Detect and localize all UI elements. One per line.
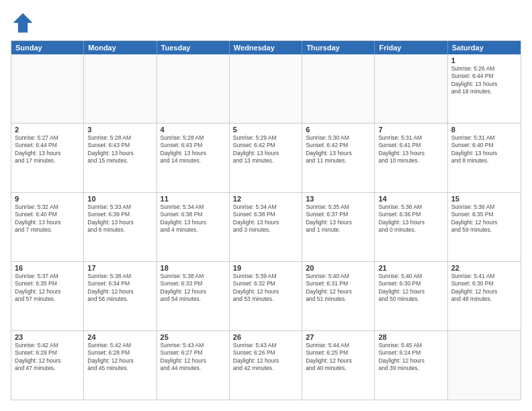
day-info: Sunrise: 5:35 AM Sunset: 6:37 PM Dayligh… (306, 203, 371, 234)
calendar-cell: 6Sunrise: 5:30 AM Sunset: 6:42 PM Daylig… (302, 124, 375, 192)
day-info: Sunrise: 5:31 AM Sunset: 6:41 PM Dayligh… (378, 134, 443, 165)
day-number: 16 (15, 264, 80, 272)
day-info: Sunrise: 5:36 AM Sunset: 6:36 PM Dayligh… (378, 203, 443, 234)
calendar-cell (11, 54, 84, 123)
day-number: 18 (161, 264, 226, 272)
calendar-cell: 17Sunrise: 5:38 AM Sunset: 6:34 PM Dayli… (84, 262, 157, 330)
calendar-body: 1Sunrise: 5:26 AM Sunset: 6:44 PM Daylig… (11, 54, 521, 400)
day-info: Sunrise: 5:26 AM Sunset: 6:44 PM Dayligh… (451, 65, 517, 96)
header (11, 11, 521, 35)
calendar-cell (84, 54, 157, 123)
day-info: Sunrise: 5:31 AM Sunset: 6:40 PM Dayligh… (451, 134, 517, 165)
calendar-cell: 27Sunrise: 5:44 AM Sunset: 6:25 PM Dayli… (302, 331, 375, 400)
logo (11, 11, 38, 35)
calendar-cell: 22Sunrise: 5:41 AM Sunset: 6:30 PM Dayli… (448, 262, 521, 330)
day-info: Sunrise: 5:36 AM Sunset: 6:35 PM Dayligh… (451, 203, 517, 234)
calendar-cell: 4Sunrise: 5:28 AM Sunset: 6:43 PM Daylig… (157, 124, 230, 192)
calendar-cell: 14Sunrise: 5:36 AM Sunset: 6:36 PM Dayli… (375, 193, 447, 261)
day-number: 13 (306, 195, 371, 203)
day-info: Sunrise: 5:41 AM Sunset: 6:30 PM Dayligh… (451, 273, 517, 304)
calendar-cell: 25Sunrise: 5:43 AM Sunset: 6:27 PM Dayli… (157, 331, 230, 400)
day-number: 5 (233, 126, 298, 134)
day-number: 4 (161, 126, 226, 134)
calendar-cell: 23Sunrise: 5:42 AM Sunset: 6:29 PM Dayli… (11, 331, 84, 400)
calendar-cell: 1Sunrise: 5:26 AM Sunset: 6:44 PM Daylig… (448, 54, 521, 123)
day-info: Sunrise: 5:40 AM Sunset: 6:30 PM Dayligh… (378, 273, 443, 304)
day-info: Sunrise: 5:42 AM Sunset: 6:28 PM Dayligh… (87, 342, 152, 373)
day-number: 3 (87, 126, 152, 134)
calendar-cell: 15Sunrise: 5:36 AM Sunset: 6:35 PM Dayli… (448, 193, 521, 261)
calendar-cell: 13Sunrise: 5:35 AM Sunset: 6:37 PM Dayli… (302, 193, 375, 261)
day-number: 19 (233, 264, 298, 272)
day-info: Sunrise: 5:32 AM Sunset: 6:40 PM Dayligh… (15, 203, 80, 234)
day-info: Sunrise: 5:37 AM Sunset: 6:35 PM Dayligh… (15, 273, 80, 304)
day-info: Sunrise: 5:29 AM Sunset: 6:42 PM Dayligh… (233, 134, 298, 165)
calendar-row-2: 9Sunrise: 5:32 AM Sunset: 6:40 PM Daylig… (11, 193, 521, 262)
calendar-cell: 3Sunrise: 5:28 AM Sunset: 6:43 PM Daylig… (84, 124, 157, 192)
calendar-cell: 16Sunrise: 5:37 AM Sunset: 6:35 PM Dayli… (11, 262, 84, 330)
calendar-row-3: 16Sunrise: 5:37 AM Sunset: 6:35 PM Dayli… (11, 262, 521, 331)
day-number: 7 (378, 126, 443, 134)
calendar-header: SundayMondayTuesdayWednesdayThursdayFrid… (11, 41, 521, 54)
day-number: 26 (233, 333, 298, 341)
day-number: 12 (233, 195, 298, 203)
day-info: Sunrise: 5:39 AM Sunset: 6:32 PM Dayligh… (233, 273, 298, 304)
header-day-sunday: Sunday (11, 41, 84, 54)
calendar-cell: 28Sunrise: 5:45 AM Sunset: 6:24 PM Dayli… (375, 331, 447, 400)
header-day-wednesday: Wednesday (230, 41, 302, 54)
day-info: Sunrise: 5:43 AM Sunset: 6:26 PM Dayligh… (233, 342, 298, 373)
calendar-cell: 19Sunrise: 5:39 AM Sunset: 6:32 PM Dayli… (230, 262, 302, 330)
header-day-tuesday: Tuesday (157, 41, 230, 54)
calendar-cell: 11Sunrise: 5:34 AM Sunset: 6:38 PM Dayli… (157, 193, 230, 261)
page: SundayMondayTuesdayWednesdayThursdayFrid… (0, 0, 532, 411)
calendar-cell (302, 54, 375, 123)
day-number: 6 (306, 126, 371, 134)
day-number: 22 (451, 264, 517, 272)
day-info: Sunrise: 5:34 AM Sunset: 6:38 PM Dayligh… (233, 203, 298, 234)
day-info: Sunrise: 5:38 AM Sunset: 6:33 PM Dayligh… (161, 273, 226, 304)
day-number: 11 (161, 195, 226, 203)
calendar: SundayMondayTuesdayWednesdayThursdayFrid… (11, 40, 521, 400)
calendar-cell: 18Sunrise: 5:38 AM Sunset: 6:33 PM Dayli… (157, 262, 230, 330)
day-info: Sunrise: 5:45 AM Sunset: 6:24 PM Dayligh… (378, 342, 443, 373)
day-info: Sunrise: 5:38 AM Sunset: 6:34 PM Dayligh… (87, 273, 152, 304)
day-info: Sunrise: 5:27 AM Sunset: 6:44 PM Dayligh… (15, 134, 80, 165)
day-number: 15 (451, 195, 517, 203)
calendar-cell: 20Sunrise: 5:40 AM Sunset: 6:31 PM Dayli… (302, 262, 375, 330)
header-day-friday: Friday (375, 41, 447, 54)
day-number: 17 (87, 264, 152, 272)
calendar-row-0: 1Sunrise: 5:26 AM Sunset: 6:44 PM Daylig… (11, 54, 521, 124)
calendar-cell: 24Sunrise: 5:42 AM Sunset: 6:28 PM Dayli… (84, 331, 157, 400)
day-number: 23 (15, 333, 80, 341)
day-number: 24 (87, 333, 152, 341)
calendar-cell: 26Sunrise: 5:43 AM Sunset: 6:26 PM Dayli… (230, 331, 302, 400)
day-number: 14 (378, 195, 443, 203)
day-number: 28 (378, 333, 443, 341)
day-info: Sunrise: 5:33 AM Sunset: 6:39 PM Dayligh… (87, 203, 152, 234)
day-info: Sunrise: 5:28 AM Sunset: 6:43 PM Dayligh… (161, 134, 226, 165)
calendar-row-1: 2Sunrise: 5:27 AM Sunset: 6:44 PM Daylig… (11, 124, 521, 193)
day-info: Sunrise: 5:28 AM Sunset: 6:43 PM Dayligh… (87, 134, 152, 165)
calendar-cell (157, 54, 230, 123)
calendar-cell: 12Sunrise: 5:34 AM Sunset: 6:38 PM Dayli… (230, 193, 302, 261)
day-number: 10 (87, 195, 152, 203)
day-info: Sunrise: 5:40 AM Sunset: 6:31 PM Dayligh… (306, 273, 371, 304)
day-number: 9 (15, 195, 80, 203)
calendar-cell (375, 54, 447, 123)
day-number: 27 (306, 333, 371, 341)
day-number: 21 (378, 264, 443, 272)
calendar-cell: 7Sunrise: 5:31 AM Sunset: 6:41 PM Daylig… (375, 124, 447, 192)
calendar-cell: 10Sunrise: 5:33 AM Sunset: 6:39 PM Dayli… (84, 193, 157, 261)
day-number: 2 (15, 126, 80, 134)
calendar-cell: 21Sunrise: 5:40 AM Sunset: 6:30 PM Dayli… (375, 262, 447, 330)
logo-icon (11, 11, 35, 35)
svg-marker-0 (13, 13, 33, 33)
day-number: 1 (451, 56, 517, 64)
header-day-thursday: Thursday (302, 41, 375, 54)
day-info: Sunrise: 5:34 AM Sunset: 6:38 PM Dayligh… (161, 203, 226, 234)
day-info: Sunrise: 5:30 AM Sunset: 6:42 PM Dayligh… (306, 134, 371, 165)
calendar-cell: 2Sunrise: 5:27 AM Sunset: 6:44 PM Daylig… (11, 124, 84, 192)
calendar-cell: 5Sunrise: 5:29 AM Sunset: 6:42 PM Daylig… (230, 124, 302, 192)
day-info: Sunrise: 5:43 AM Sunset: 6:27 PM Dayligh… (161, 342, 226, 373)
calendar-cell (230, 54, 302, 123)
